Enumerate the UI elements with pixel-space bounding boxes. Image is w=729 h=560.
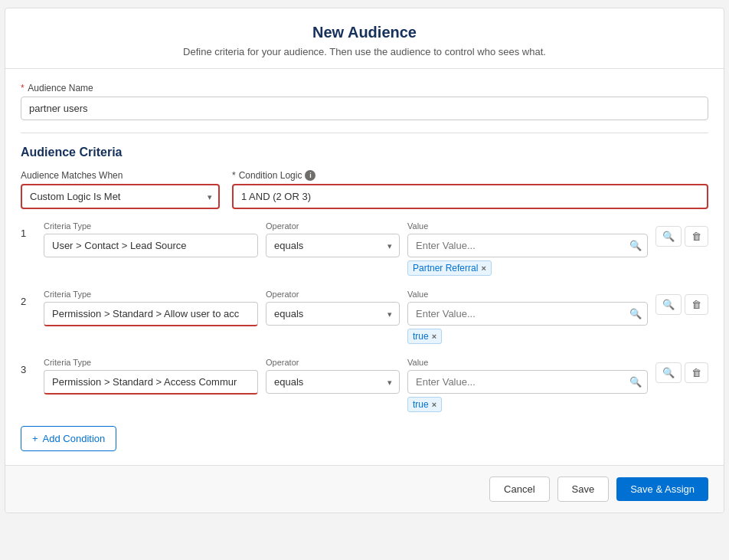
cancel-button[interactable]: Cancel — [489, 476, 549, 502]
criteria-type-input-2[interactable] — [44, 302, 258, 326]
condition-logic-col: * Condition Logic i — [232, 170, 708, 209]
search-icon-2[interactable]: 🔍 — [629, 308, 642, 319]
save-assign-button[interactable]: Save & Assign — [616, 477, 708, 501]
page-subtitle: Define criteria for your audience. Then … — [21, 46, 708, 57]
criteria-row-1: 1 Criteria Type Operator Value equals no… — [21, 221, 708, 276]
modal-header: New Audience Define criteria for your au… — [5, 8, 724, 69]
audience-criteria-section: Audience Criteria Audience Matches When … — [21, 146, 708, 451]
delete-btn-1[interactable]: 🗑 — [685, 226, 708, 247]
criteria-type-input-3[interactable] — [44, 370, 258, 395]
matches-when-label: Audience Matches When — [21, 170, 220, 181]
value-input-3[interactable] — [407, 370, 648, 394]
criteria-type-col-label: Criteria Type — [44, 358, 258, 367]
row-number-2: 2 — [21, 290, 36, 307]
row-number-3: 3 — [21, 358, 36, 375]
operator-wrapper-1: equals not equal to contains ▾ — [266, 234, 400, 257]
criteria-inputs-3: equals not equal to contains ▾ 🔍 t — [44, 370, 648, 412]
criteria-inputs-1: equals not equal to contains ▾ 🔍 P — [44, 234, 648, 276]
operator-wrapper-2: equals not equal to contains ▾ — [266, 302, 400, 326]
condition-logic-input[interactable] — [232, 184, 708, 209]
criteria-header-row: Audience Matches When All Conditions Are… — [21, 170, 708, 209]
operator-select-1[interactable]: equals not equal to contains — [266, 234, 400, 257]
tag-remove-icon[interactable]: × — [432, 332, 436, 341]
section-divider — [21, 133, 708, 133]
conditions-container: 1 Criteria Type Operator Value equals no… — [21, 221, 708, 412]
add-condition-button[interactable]: + Add Condition — [21, 426, 116, 451]
criteria-type-input-1[interactable] — [44, 234, 258, 257]
operator-col-label: Operator — [266, 221, 400, 231]
search-icon-3[interactable]: 🔍 — [629, 376, 642, 388]
condition-logic-label: * Condition Logic i — [232, 170, 708, 181]
criteria-row-2: 2 Criteria Type Operator Value equals no… — [21, 290, 708, 344]
save-button[interactable]: Save — [557, 476, 610, 502]
search-icon-1[interactable]: 🔍 — [629, 240, 642, 251]
operator-select-3[interactable]: equals not equal to contains — [266, 370, 400, 394]
tag-label: Partner Referral — [413, 263, 478, 273]
page-title: New Audience — [21, 24, 708, 41]
operator-select-2[interactable]: equals not equal to contains — [266, 302, 400, 326]
value-col-1: 🔍 Partner Referral × — [407, 234, 648, 276]
tag-label: true — [413, 399, 429, 410]
plus-icon: + — [32, 433, 38, 444]
tag-row-1: Partner Referral × — [407, 260, 648, 276]
add-condition-label: Add Condition — [43, 433, 106, 444]
tag-row-2: true × — [407, 329, 648, 344]
criteria-fields-2: Criteria Type Operator Value equals not … — [44, 290, 648, 344]
col-labels-2: Criteria Type Operator Value — [44, 290, 648, 299]
info-icon[interactable]: i — [305, 170, 315, 181]
audience-name-label: * Audience Name — [21, 83, 708, 93]
delete-btn-3[interactable]: 🗑 — [685, 362, 708, 383]
tag-true: true × — [407, 329, 442, 344]
row-actions-3: 🔍 🗑 — [655, 358, 708, 383]
criteria-type-col-label: Criteria Type — [44, 221, 258, 231]
search-btn-2[interactable]: 🔍 — [655, 294, 682, 315]
modal-body: * Audience Name Audience Criteria Audien… — [5, 69, 724, 465]
value-input-2[interactable] — [407, 302, 648, 326]
matches-when-select[interactable]: All Conditions Are Met Any Condition Is … — [21, 184, 220, 209]
modal-footer: Cancel Save Save & Assign — [5, 465, 724, 513]
criteria-type-col-label: Criteria Type — [44, 290, 258, 299]
audience-name-field: * Audience Name — [21, 83, 708, 120]
tag-remove-icon[interactable]: × — [432, 400, 436, 409]
matches-when-select-wrapper: All Conditions Are Met Any Condition Is … — [21, 184, 220, 209]
search-btn-3[interactable]: 🔍 — [655, 362, 682, 383]
value-input-wrapper-1: 🔍 — [407, 234, 648, 257]
tag-remove-icon[interactable]: × — [481, 264, 485, 273]
matches-when-col: Audience Matches When All Conditions Are… — [21, 170, 220, 209]
delete-btn-2[interactable]: 🗑 — [685, 294, 708, 315]
row-actions-2: 🔍 🗑 — [655, 290, 708, 315]
search-btn-1[interactable]: 🔍 — [655, 226, 682, 247]
row-number-1: 1 — [21, 221, 36, 239]
value-col-2: 🔍 true × — [407, 302, 648, 344]
tag-partner-referral: Partner Referral × — [407, 260, 492, 276]
row-actions-1: 🔍 🗑 — [655, 221, 708, 247]
criteria-row-3: 3 Criteria Type Operator Value equals no… — [21, 358, 708, 412]
tag-label: true — [413, 331, 429, 342]
operator-wrapper-3: equals not equal to contains ▾ — [266, 370, 400, 394]
value-input-1[interactable] — [407, 234, 648, 257]
criteria-fields-3: Criteria Type Operator Value equals not … — [44, 358, 648, 412]
tag-true: true × — [407, 397, 442, 412]
value-col-label: Value — [407, 290, 648, 299]
operator-col-label: Operator — [266, 290, 400, 299]
operator-col-label: Operator — [266, 358, 400, 367]
required-star: * — [21, 83, 25, 93]
criteria-inputs-2: equals not equal to contains ▾ 🔍 t — [44, 302, 648, 344]
value-col-3: 🔍 true × — [407, 370, 648, 412]
tag-row-3: true × — [407, 397, 648, 412]
col-labels-3: Criteria Type Operator Value — [44, 358, 648, 367]
value-input-wrapper-3: 🔍 — [407, 370, 648, 394]
value-col-label: Value — [407, 358, 648, 367]
modal-container: New Audience Define criteria for your au… — [5, 8, 724, 513]
value-col-label: Value — [407, 221, 648, 231]
criteria-section-title: Audience Criteria — [21, 146, 708, 159]
col-labels-1: Criteria Type Operator Value — [44, 221, 648, 231]
criteria-fields-1: Criteria Type Operator Value equals not … — [44, 221, 648, 276]
audience-name-input[interactable] — [21, 97, 708, 120]
add-condition-container: + Add Condition — [21, 426, 708, 451]
value-input-wrapper-2: 🔍 — [407, 302, 648, 326]
